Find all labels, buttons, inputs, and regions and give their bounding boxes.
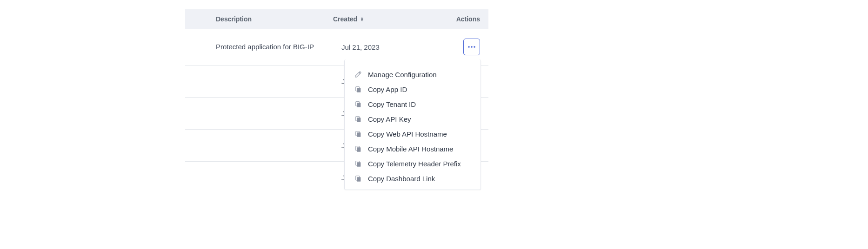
copy-icon <box>354 100 362 108</box>
menu-item-manage-configuration[interactable]: Manage Configuration <box>345 67 481 82</box>
svg-rect-4 <box>357 88 361 92</box>
menu-item-label: Copy Dashboard Link <box>368 175 435 183</box>
menu-item-label: Manage Configuration <box>368 71 437 79</box>
row-actions-button[interactable] <box>463 39 480 55</box>
cell-created: Jul 21, 2023 <box>341 43 455 51</box>
svg-point-0 <box>468 46 470 48</box>
copy-icon <box>354 159 362 168</box>
row-actions-menu: Manage Configuration Copy App ID Copy Te… <box>344 59 481 190</box>
col-header-description[interactable]: Description <box>185 15 333 23</box>
svg-rect-8 <box>357 118 361 122</box>
col-header-created-label: Created <box>333 15 357 23</box>
sort-icon[interactable]: ▲▼ <box>360 17 364 21</box>
menu-item-label: Copy App ID <box>368 85 407 93</box>
svg-point-1 <box>471 46 473 48</box>
copy-icon <box>354 174 362 183</box>
menu-item-copy-api-key[interactable]: Copy API Key <box>345 111 481 126</box>
menu-item-copy-web-api-hostname[interactable]: Copy Web API Hostname <box>345 126 481 141</box>
col-header-actions: Actions <box>447 15 488 23</box>
menu-item-label: Copy Mobile API Hostname <box>368 145 453 153</box>
copy-icon <box>354 115 362 123</box>
copy-icon <box>354 144 362 153</box>
menu-item-label: Copy API Key <box>368 115 411 123</box>
menu-item-copy-app-id[interactable]: Copy App ID <box>345 82 481 97</box>
svg-rect-14 <box>357 162 361 166</box>
copy-icon <box>354 85 362 93</box>
svg-rect-12 <box>357 147 361 151</box>
menu-item-label: Copy Tenant ID <box>368 100 416 108</box>
col-header-created[interactable]: Created ▲▼ <box>333 15 447 23</box>
menu-item-label: Copy Web API Hostname <box>368 130 447 138</box>
table-header-row: Description Created ▲▼ Actions <box>185 9 488 29</box>
copy-icon <box>354 130 362 138</box>
pencil-icon <box>354 70 362 79</box>
svg-rect-6 <box>357 103 361 107</box>
more-horizontal-icon <box>467 46 476 48</box>
menu-item-copy-mobile-api-hostname[interactable]: Copy Mobile API Hostname <box>345 141 481 156</box>
menu-item-copy-tenant-id[interactable]: Copy Tenant ID <box>345 97 481 111</box>
cell-description: Protected application for BIG-IP <box>185 42 341 52</box>
menu-item-copy-dashboard-link[interactable]: Copy Dashboard Link <box>345 171 481 186</box>
menu-item-copy-telemetry-header-prefix[interactable]: Copy Telemetry Header Prefix <box>345 156 481 171</box>
svg-rect-16 <box>357 177 361 181</box>
menu-item-label: Copy Telemetry Header Prefix <box>368 160 461 168</box>
svg-rect-10 <box>357 132 361 137</box>
svg-point-2 <box>474 46 475 48</box>
